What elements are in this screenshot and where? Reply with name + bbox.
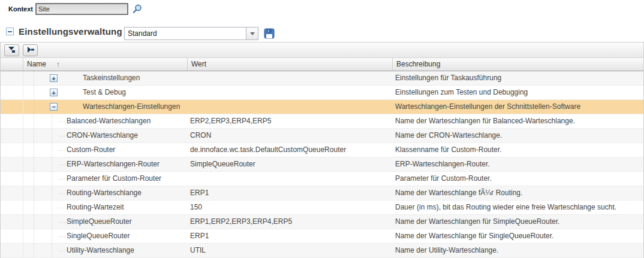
preset-combobox[interactable]: Standard — [124, 27, 258, 40]
collapse-panel-icon[interactable] — [6, 28, 14, 35]
combobox-trigger[interactable] — [246, 28, 258, 40]
table-row[interactable]: Balanced-WarteschlangenERP2,ERP3,ERP4,ER… — [1, 114, 643, 129]
tree-guide-line — [34, 86, 34, 99]
tree-guide-line — [34, 129, 34, 142]
table-row[interactable]: Parameter für Custom-RouterParameter für… — [1, 172, 643, 186]
collapse-minus-icon[interactable]: − — [50, 103, 58, 111]
expand-plus-icon[interactable]: + — [50, 74, 58, 82]
setting-name: Custom-Router — [67, 143, 115, 157]
name-cell: SimpleQueueRouter — [23, 215, 188, 229]
tree-elbow-line — [59, 136, 65, 136]
setting-value: ERP1 — [188, 186, 393, 200]
tree-elbow-line — [59, 122, 65, 122]
tree-guide-line — [34, 71, 34, 85]
setting-description: Name der Warteschlange fÃ¼r Routing. — [393, 186, 643, 200]
table-row[interactable]: Utility-WarteschlangeUTILName der Utilit… — [1, 244, 643, 258]
setting-description: ERP-Warteschlangen-Router. — [393, 157, 643, 171]
tree-guide-line — [52, 201, 52, 214]
tree-elbow-line — [59, 179, 65, 180]
grid-toolbar — [1, 43, 643, 58]
tree-guide-line — [34, 143, 34, 157]
table-row[interactable]: Custom-Routerde.innoface.wc.task.Default… — [1, 143, 643, 157]
expand-node-icon — [26, 45, 35, 55]
tree-guide-line — [52, 172, 52, 186]
row-expander-cell — [1, 186, 23, 200]
table-row[interactable]: +TaskeinstellungenEinstellungen für Task… — [1, 71, 643, 86]
name-cell: Routing-Warteschlange — [23, 186, 188, 200]
tree-guide-line — [34, 114, 34, 128]
sort-asc-icon: ↑ — [56, 60, 60, 68]
tree-guide-line — [34, 172, 34, 186]
table-row[interactable]: SingleQueueRouterERP1Name der Warteschla… — [1, 229, 643, 244]
setting-value — [188, 86, 393, 99]
row-expander-cell — [1, 100, 23, 114]
table-header: Name ↑ Wert Beschreibung — [1, 58, 643, 71]
setting-value: SimpleQueueRouter — [188, 157, 393, 171]
row-expander-cell — [1, 215, 23, 229]
setting-description: Dauer (in ms), bit das Routing wieder ei… — [393, 201, 643, 214]
name-cell: SingleQueueRouter — [23, 229, 188, 243]
setting-value: de.innoface.wc.task.DefaultCustomQueueRo… — [188, 143, 393, 157]
setting-value — [188, 71, 393, 85]
save-button[interactable] — [264, 28, 275, 39]
chevron-down-icon — [250, 32, 255, 35]
row-expander-cell — [1, 143, 23, 157]
floppy-disk-icon — [264, 32, 275, 41]
row-expander-cell — [1, 244, 23, 257]
name-cell: CRON-Warteschlange — [23, 129, 188, 142]
collapse-all-icon — [8, 45, 16, 55]
table-row[interactable]: +Test & DebugEinstellungen zum Testen un… — [1, 86, 643, 100]
setting-description: Einstellungen zum Testen und Debugging — [393, 86, 643, 99]
setting-name: SimpleQueueRouter — [67, 215, 132, 229]
page-title: Einstellungsverwaltung — [19, 26, 122, 37]
tree-guide-line — [52, 229, 52, 243]
row-expander-cell — [1, 172, 23, 186]
setting-name: Test & Debug — [83, 86, 126, 99]
tree-guide-line — [52, 129, 52, 142]
tree-guide-line — [52, 114, 52, 128]
header-beschreibung-label: Beschreibung — [396, 60, 440, 68]
expand-plus-icon[interactable]: + — [50, 89, 58, 96]
tree-elbow-line — [59, 236, 65, 237]
magnifier-icon — [132, 7, 143, 16]
table-row[interactable]: Routing-WarteschlangeERP1Name der Wartes… — [1, 186, 643, 201]
tree-guide-line — [52, 157, 52, 171]
name-cell: ERP-Warteschlangen-Router — [23, 157, 188, 171]
table-body: +TaskeinstellungenEinstellungen für Task… — [1, 71, 643, 258]
table-row[interactable]: Routing-Wartezeit150Dauer (in ms), bit d… — [1, 201, 643, 215]
row-expander-cell — [1, 86, 23, 99]
setting-description: Klassenname für Custom-Router. — [393, 143, 643, 157]
header-wert-column[interactable]: Wert — [188, 58, 393, 71]
header-name-column[interactable]: Name ↑ — [23, 58, 188, 71]
collapse-all-button[interactable] — [4, 44, 19, 56]
setting-description: Name der Warteschlange für SingleQueueRo… — [393, 229, 643, 243]
setting-value — [188, 100, 393, 114]
table-row[interactable]: CRON-WarteschlangeCRONName der CRON-Wart… — [1, 129, 643, 143]
table-row[interactable]: SimpleQueueRouterERP1,ERP2,ERP3,ERP4,ERP… — [1, 215, 643, 229]
setting-name: CRON-Warteschlange — [67, 129, 138, 142]
setting-name: Routing-Wartezeit — [67, 201, 124, 214]
expand-node-button[interactable] — [23, 44, 38, 56]
setting-description: Warteschlangen-Einstellungen der Schnitt… — [393, 100, 643, 114]
setting-name: ERP-Warteschlangen-Router — [67, 157, 160, 171]
name-cell: +Test & Debug — [23, 86, 188, 99]
tree-elbow-line — [59, 208, 65, 208]
tree-elbow-line — [59, 251, 65, 251]
setting-value: 150 — [188, 201, 393, 214]
setting-value: ERP2,ERP3,ERP4,ERP5 — [188, 114, 393, 128]
context-input[interactable] — [35, 3, 128, 15]
tree-elbow-line — [59, 150, 65, 151]
tree-elbow-line — [59, 165, 65, 165]
header-expander-column — [1, 58, 23, 71]
setting-value: ERP1,ERP2,ERP3,ERP4,ERP5 — [188, 215, 393, 229]
preset-combobox-value: Standard — [125, 28, 246, 40]
setting-name: SingleQueueRouter — [67, 229, 130, 243]
tree-guide-line — [52, 215, 52, 229]
table-row[interactable]: −Warteschlangen-EinstellungenWarteschlan… — [1, 100, 643, 114]
tree-guide-line — [52, 143, 52, 157]
panel-header: Einstellungsverwaltung — [6, 26, 122, 37]
tree-guide-line — [34, 186, 34, 200]
search-button[interactable] — [132, 4, 143, 14]
table-row[interactable]: ERP-Warteschlangen-RouterSimpleQueueRout… — [1, 157, 643, 172]
header-beschreibung-column[interactable]: Beschreibung — [393, 58, 643, 71]
